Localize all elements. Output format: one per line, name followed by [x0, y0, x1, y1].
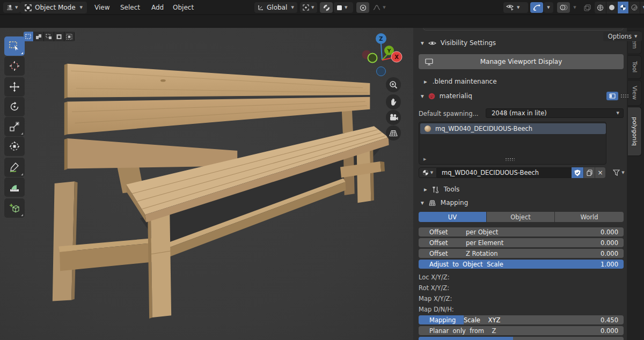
fake-user-toggle[interactable]: [572, 167, 583, 178]
shading-material-button[interactable]: [617, 2, 628, 13]
xray-toggle[interactable]: [581, 2, 594, 13]
shading-dropdown[interactable]: ▼: [640, 2, 644, 13]
falloff-dropdown[interactable]: ▼: [370, 2, 389, 13]
gizmo-neg-y[interactable]: [368, 54, 377, 63]
shading-rendered-button[interactable]: [628, 2, 640, 13]
menu-object[interactable]: Object: [173, 4, 194, 11]
panel-title: materialiq: [440, 92, 472, 100]
navigation-gizmo[interactable]: Z Y X: [361, 32, 404, 80]
mode-dropdown[interactable]: Object Mode ▼: [20, 2, 87, 13]
new-material-button[interactable]: [583, 167, 595, 178]
select-mode-set[interactable]: [24, 32, 34, 41]
increment-snap-icon: [336, 5, 342, 11]
bench-object[interactable]: [0, 28, 413, 340]
zoom-button[interactable]: [386, 77, 401, 92]
material-name-field[interactable]: mq_WD040_DECIDUOUS-Beech: [437, 167, 572, 178]
adjust-to-object-scale-toggle[interactable]: Adjust to Object Scale 1.000: [419, 260, 624, 269]
invert-select-icon: [56, 34, 62, 40]
gizmo-x[interactable]: X: [391, 51, 402, 62]
panel-header-materialiq[interactable]: ▼ materialiq: [421, 92, 472, 100]
panel-header-tools[interactable]: ▶ Tools: [424, 186, 459, 193]
tab-world[interactable]: World: [555, 212, 624, 222]
menu-select[interactable]: Select: [120, 4, 140, 11]
tool-move[interactable]: [4, 77, 25, 97]
mode-label: Object Mode: [35, 4, 77, 11]
planar-only-from-z-slider[interactable]: Planar only from Z 0.000: [419, 326, 624, 335]
material-name: mq_WD040_DECIDUOUS-Beech: [435, 125, 532, 132]
panel-drag-grip[interactable]: [620, 94, 629, 98]
tool-scale[interactable]: [4, 117, 25, 136]
gizmo-dropdown[interactable]: ▼: [544, 2, 553, 13]
shading-mode-group: ▼: [595, 2, 644, 13]
show-overlays-toggle[interactable]: [557, 2, 570, 13]
list-filter-expand-icon[interactable]: ▶: [423, 157, 426, 161]
show-gizmo-toggle[interactable]: [530, 2, 543, 13]
add-cube-icon: [9, 203, 20, 213]
gizmo-z[interactable]: Z: [376, 33, 386, 44]
sidebar-tab-polygoniq[interactable]: polygoniq: [628, 107, 642, 156]
tool-annotate[interactable]: [4, 158, 25, 177]
gizmo-arrow-icon: [533, 4, 540, 11]
clipped-bottom-slider[interactable]: [419, 337, 624, 340]
camera-view-button[interactable]: [386, 110, 401, 125]
menu-add[interactable]: Add: [151, 4, 164, 11]
panel-header-blend-maintenance[interactable]: ▶ .blend maintenance: [424, 78, 497, 85]
select-mode-subtract[interactable]: [44, 32, 54, 41]
select-mode-invert[interactable]: [54, 32, 64, 41]
tool-rotate[interactable]: [4, 97, 25, 116]
sidebar-tab-tool[interactable]: Tool: [628, 55, 642, 79]
shading-wireframe-button[interactable]: [595, 2, 606, 13]
material-filter-dropdown[interactable]: ▼: [611, 167, 627, 178]
tab-object[interactable]: Object: [487, 212, 554, 222]
menu-view[interactable]: View: [94, 4, 109, 11]
gizmo-neg-z[interactable]: [377, 67, 386, 76]
wireframe-icon: [597, 4, 604, 11]
spawn-resolution-dropdown[interactable]: 2048 (max in lite) ▼: [486, 108, 624, 118]
overlays-dropdown[interactable]: ▼: [570, 2, 579, 13]
perspective-toggle-button[interactable]: [386, 125, 401, 141]
tool-measure[interactable]: [4, 178, 25, 197]
unlink-material-button[interactable]: ×: [595, 167, 605, 178]
pan-button[interactable]: [386, 94, 401, 109]
chevron-right-icon: ▶: [424, 187, 427, 192]
tool-add-cube[interactable]: [4, 198, 25, 218]
select-box-icon: [9, 41, 20, 51]
tool-cursor[interactable]: [4, 56, 25, 76]
offset-per-element-slider[interactable]: Offset per Element 0.000: [419, 238, 624, 247]
sidebar-tab-view[interactable]: View: [628, 80, 642, 106]
chevron-down-icon: ▼: [383, 6, 385, 10]
shield-check-icon: [574, 169, 581, 176]
object-visibility-dropdown[interactable]: ▼: [503, 2, 528, 13]
select-mode-extend[interactable]: [34, 32, 44, 41]
manage-viewport-display-button[interactable]: Manage Viewport Display: [419, 54, 624, 69]
subtool-indicator: [21, 173, 23, 175]
proportional-editing-toggle[interactable]: [356, 2, 369, 13]
shading-solid-button[interactable]: [606, 2, 617, 13]
panel-header-mapping[interactable]: ▼ Mapping: [421, 199, 468, 206]
select-mode-intersect[interactable]: [64, 32, 75, 41]
options-button[interactable]: Options ▼: [603, 32, 642, 41]
funnel-icon: [613, 169, 620, 176]
options-label: Options: [608, 33, 632, 40]
row-sublabel: per Element: [466, 239, 503, 247]
tool-transform[interactable]: [4, 137, 25, 156]
mapping-scale-slider[interactable]: Mapping Scale XYZ 0.450: [419, 315, 624, 324]
material-list[interactable]: mq_WD040_DECIDUOUS-Beech ▶: [419, 122, 606, 165]
list-resize-grip[interactable]: [505, 158, 515, 161]
orientation-dropdown[interactable]: Global ▼: [254, 2, 297, 13]
panel-header-visibility[interactable]: ▼ Visibility Settings: [421, 39, 496, 47]
chevron-down-icon: ▼: [345, 6, 347, 10]
tab-uv[interactable]: UV: [419, 212, 486, 222]
pivot-dropdown[interactable]: ▼: [300, 2, 317, 13]
material-list-item[interactable]: mq_WD040_DECIDUOUS-Beech: [420, 123, 606, 134]
3d-viewport[interactable]: Z Y X: [0, 28, 413, 340]
offset-per-object-slider[interactable]: Offset per Object 0.000: [419, 227, 624, 236]
svg-text:Z: Z: [379, 36, 383, 42]
display-mode-toggle[interactable]: [606, 92, 618, 100]
editor-type-button[interactable]: ▼: [3, 2, 20, 13]
material-browse-button[interactable]: ▼: [419, 167, 437, 178]
snap-toggle[interactable]: [320, 2, 333, 13]
offset-z-rotation-slider[interactable]: Offset Z Rotation 0.000: [419, 249, 624, 258]
snap-target-dropdown[interactable]: ▼: [334, 2, 353, 13]
tool-select-box[interactable]: [4, 36, 25, 56]
